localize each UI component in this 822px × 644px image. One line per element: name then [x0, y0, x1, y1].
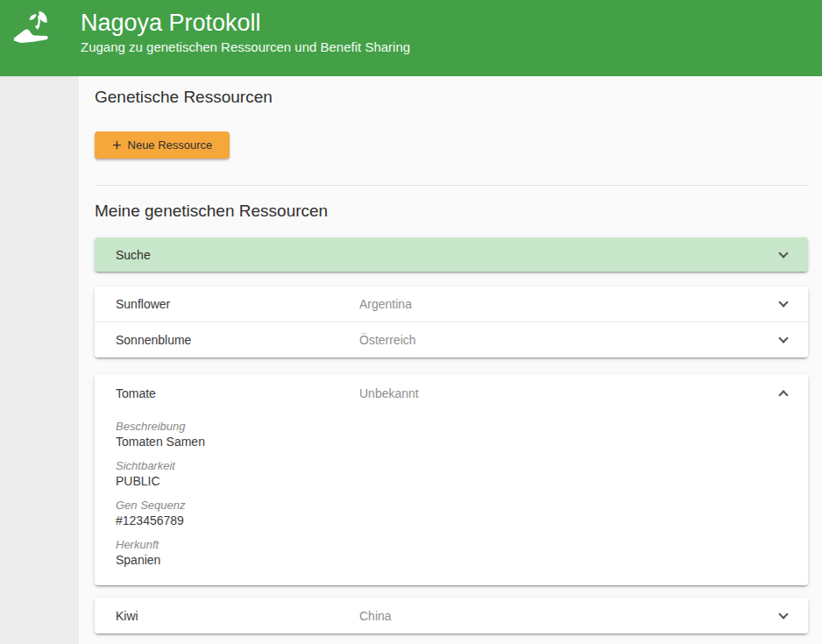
search-panel-label: Suche — [116, 248, 151, 262]
resource-panel-tomate-expanded: Tomate Unbekannt Beschreibung Tomaten Sa… — [95, 374, 808, 585]
field-label: Beschreibung — [116, 420, 787, 434]
field-label: Gen Sequenz — [116, 499, 787, 513]
detail-field-beschreibung: Beschreibung Tomaten Samen — [116, 420, 787, 449]
page-title-genetic-resources: Genetische Ressourcen — [95, 87, 808, 107]
chevron-down-icon — [778, 297, 788, 307]
field-value: Tomaten Samen — [116, 434, 787, 449]
resource-origin: Unbekannt — [359, 386, 780, 400]
plus-icon: + — [112, 138, 122, 153]
app-title: Nagoya Protokoll — [81, 9, 410, 37]
resource-panel-sunflower[interactable]: Sunflower Argentina — [95, 287, 808, 322]
section-divider — [95, 185, 808, 186]
resource-panel-kiwi-header[interactable]: Kiwi China — [95, 598, 808, 633]
app-header: Nagoya Protokoll Zugang zu genetischen R… — [0, 0, 822, 76]
app-subtitle: Zugang zu genetischen Ressourcen und Ben… — [81, 39, 410, 56]
header-title-block: Nagoya Protokoll Zugang zu genetischen R… — [81, 5, 410, 56]
chevron-up-icon — [778, 390, 788, 400]
new-resource-button[interactable]: + Neue Ressource — [95, 131, 230, 159]
app-window: Nagoya Protokoll Zugang zu genetischen R… — [0, 0, 822, 644]
my-resources-heading: Meine genetischen Ressourcen — [95, 201, 808, 221]
new-resource-button-label: Neue Ressource — [128, 138, 213, 152]
resource-title: Kiwi — [116, 609, 359, 623]
resource-panel-tomate-header[interactable]: Tomate Unbekannt — [95, 374, 808, 413]
field-label: Sichtbarkeit — [116, 459, 787, 473]
main-content: Genetische Ressourcen + Neue Ressource M… — [79, 76, 822, 644]
resource-panel-sonnenblume[interactable]: Sonnenblume Österreich — [95, 322, 808, 357]
resource-origin: Argentina — [359, 297, 780, 311]
chevron-down-icon — [778, 248, 788, 258]
field-value: #123456789 — [116, 513, 787, 528]
chevron-down-icon — [778, 609, 788, 619]
resource-title: Sunflower — [116, 297, 359, 311]
detail-field-gen-sequenz: Gen Sequenz #123456789 — [116, 499, 787, 528]
resource-origin: Österreich — [359, 333, 780, 347]
hand-holding-seedling-icon — [11, 7, 60, 56]
resource-title: Sonnenblume — [116, 333, 359, 347]
resource-origin: China — [359, 609, 780, 623]
chevron-down-icon — [778, 333, 788, 343]
detail-field-sichtbarkeit: Sichtbarkeit PUBLIC — [116, 459, 787, 489]
field-value: Spanien — [116, 552, 787, 568]
resource-panel-kiwi: Kiwi China — [95, 598, 808, 633]
resource-detail-body: Beschreibung Tomaten Samen Sichtbarkeit … — [95, 413, 808, 585]
search-panel-header[interactable]: Suche — [95, 237, 808, 272]
resource-title: Tomate — [116, 386, 359, 400]
field-value: PUBLIC — [116, 473, 787, 489]
resource-accordion-group: Sunflower Argentina Sonnenblume Österrei… — [95, 287, 808, 357]
field-label: Herkunft — [116, 538, 787, 552]
detail-field-herkunft: Herkunft Spanien — [116, 538, 787, 568]
